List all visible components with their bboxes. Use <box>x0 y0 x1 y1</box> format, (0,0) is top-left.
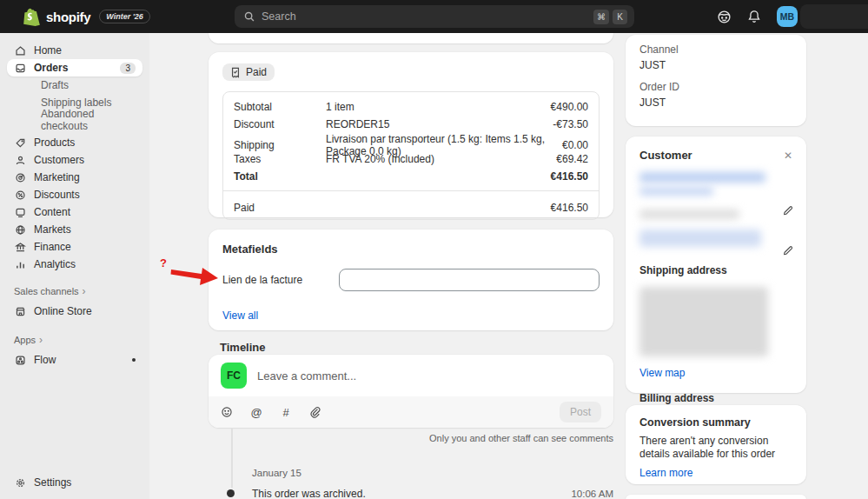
metafields-card: Metafields Lien de la facture View all <box>209 230 613 330</box>
search-icon <box>243 10 255 23</box>
order-id-label: Order ID <box>639 81 792 93</box>
order-id-value: JUST <box>639 96 792 109</box>
mention-icon[interactable]: @ <box>250 406 262 418</box>
metafield-row: Lien de la facture <box>222 269 600 291</box>
content-icon <box>14 206 26 218</box>
customer-link-redacted[interactable] <box>639 187 713 196</box>
sidebar-item-abandoned-checkouts[interactable]: Abandoned checkouts <box>7 111 142 129</box>
home-icon <box>14 44 26 57</box>
bell-icon[interactable] <box>746 9 762 24</box>
view-map-link[interactable]: View map <box>639 367 685 379</box>
total-row: Total €416.50 <box>234 168 588 185</box>
shortcut-cmd-keycap: ⌘ <box>593 10 609 24</box>
sidebar-item-finance[interactable]: Finance <box>7 238 142 256</box>
previous-card-partial <box>209 33 613 43</box>
next-card-partial <box>626 495 806 499</box>
channel-label: Channel <box>639 43 792 56</box>
sidebar-item-online-store[interactable]: Online Store <box>7 303 142 320</box>
sidebar-item-marketing[interactable]: Marketing <box>7 169 142 186</box>
chevron-right-icon: › <box>83 285 86 297</box>
online-store-icon <box>14 305 26 317</box>
close-icon[interactable]: ✕ <box>784 150 792 161</box>
orders-count-badge: 3 <box>120 63 136 74</box>
sidekick-icon[interactable] <box>716 9 732 24</box>
comment-toolbar: @ # Post <box>209 396 613 428</box>
timeline-heading: Timeline <box>220 341 266 354</box>
learn-more-link[interactable]: Learn more <box>639 467 692 479</box>
sales-channels-section[interactable]: Sales channels › <box>14 285 136 297</box>
flow-icon <box>14 354 26 366</box>
flow-notification-dot <box>132 358 136 362</box>
conversion-summary-card: Conversion summary There aren't any conv… <box>626 405 806 484</box>
version-badge: Winter '26 <box>99 10 150 23</box>
totals-box: Subtotal 1 item €490.00 Discount REORDER… <box>222 91 600 220</box>
sidebar-item-discounts[interactable]: Discounts <box>7 186 142 203</box>
discount-row: Discount REORDER15 -€73.50 <box>234 116 588 133</box>
shipping-address-label: Shipping address <box>639 264 792 276</box>
totals-divider <box>223 190 599 191</box>
sidebar-item-drafts[interactable]: Drafts <box>7 77 142 94</box>
customers-icon <box>14 154 26 166</box>
channel-group: Channel JUST <box>639 43 792 71</box>
settings-icon <box>14 476 26 489</box>
store-name-redacted[interactable] <box>800 4 868 29</box>
order-info-card: Channel JUST Order ID JUST <box>626 35 806 126</box>
sidebar: Home Orders 3 Drafts Shipping labels Aba… <box>0 33 149 499</box>
shopify-logo[interactable]: shopify Winter '26 <box>23 8 150 26</box>
sidebar-item-customers[interactable]: Customers <box>7 151 142 169</box>
top-bar-actions: MB <box>716 0 868 33</box>
conversion-body: There aren't any conversion details avai… <box>639 435 792 461</box>
timeline-date: January 15 <box>252 468 301 478</box>
shortcut-k-keycap: K <box>613 10 627 24</box>
sidebar-item-markets[interactable]: Markets <box>7 221 142 238</box>
top-bar: shopify Winter '26 ⌘ K MB <box>0 0 868 33</box>
sidebar-item-analytics[interactable]: Analytics <box>7 256 142 273</box>
brand-name: shopify <box>46 10 90 24</box>
hashtag-icon[interactable]: # <box>280 406 292 418</box>
sidebar-item-flow[interactable]: Flow <box>7 351 142 369</box>
apps-section[interactable]: Apps › <box>14 334 136 346</box>
view-all-link[interactable]: View all <box>222 309 258 322</box>
metafield-label: Lien de la facture <box>222 274 339 286</box>
analytics-icon <box>14 258 26 270</box>
sidebar-item-orders[interactable]: Orders 3 <box>7 59 142 77</box>
global-search[interactable]: ⌘ K <box>235 5 634 28</box>
metafields-title: Metafields <box>222 243 600 256</box>
finance-icon <box>14 241 26 253</box>
edit-pencil-icon[interactable] <box>782 244 794 256</box>
customer-card: Customer ✕ Shipping address View map Bil… <box>626 136 806 393</box>
customer-orders-redacted <box>639 210 739 219</box>
order-id-group: Order ID JUST <box>639 81 792 109</box>
chevron-right-icon: › <box>39 334 43 346</box>
annotation-arrow <box>170 263 221 291</box>
search-input[interactable] <box>262 10 590 23</box>
timeline-event-time: 10:06 AM <box>209 489 613 499</box>
markets-icon <box>14 223 26 236</box>
customer-name-redacted[interactable] <box>639 172 765 183</box>
sidebar-item-home[interactable]: Home <box>7 42 142 59</box>
emoji-icon[interactable] <box>221 406 233 418</box>
paid-amount-row: Paid €416.50 <box>234 196 588 219</box>
orders-icon <box>14 62 26 74</box>
comment-visibility-note: Only you and other staff can see comment… <box>209 433 613 443</box>
shipping-row: Shipping Livraison par transporteur (1.5… <box>234 133 588 150</box>
edit-pencil-icon[interactable] <box>782 204 794 216</box>
sidebar-item-settings[interactable]: Settings <box>7 474 142 491</box>
comment-input[interactable] <box>257 369 601 383</box>
customer-email-redacted[interactable] <box>639 230 761 247</box>
paid-receipt-icon <box>230 67 241 78</box>
post-button[interactable]: Post <box>560 402 601 422</box>
sidebar-item-products[interactable]: Products <box>7 134 142 151</box>
user-avatar[interactable]: MB <box>777 6 798 27</box>
payment-summary-card: Paid Subtotal 1 item €490.00 Discount RE… <box>209 52 613 217</box>
metafield-input[interactable] <box>339 269 600 291</box>
comment-composer-card: FC @ # Post <box>209 355 613 428</box>
marketing-icon <box>14 171 26 183</box>
products-icon <box>14 136 26 149</box>
staff-avatar: FC <box>221 363 247 389</box>
paperclip-icon[interactable] <box>309 406 321 418</box>
sidebar-item-content[interactable]: Content <box>7 203 142 221</box>
billing-address-label: Billing address <box>639 392 792 404</box>
paid-status-badge: Paid <box>222 63 275 81</box>
taxes-row: Taxes FR TVA 20% (Included) €69.42 <box>234 150 588 168</box>
